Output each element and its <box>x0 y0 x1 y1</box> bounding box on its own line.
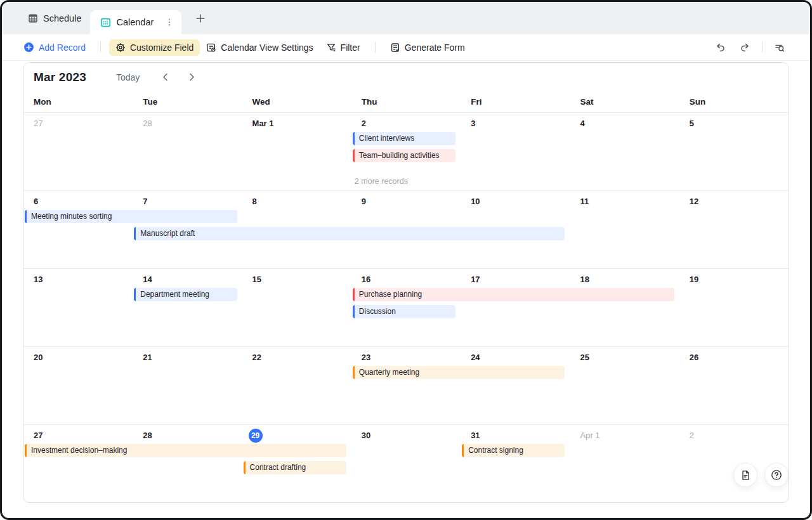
day-cell[interactable]: 12 <box>679 191 789 268</box>
tab-schedule[interactable]: Schedule <box>19 2 90 34</box>
day-cell[interactable]: 21 <box>133 347 242 424</box>
date-label: 2 <box>362 119 366 128</box>
divider <box>375 42 376 53</box>
day-cell[interactable]: 27 <box>23 113 133 190</box>
day-cell[interactable]: 11 <box>570 191 679 268</box>
day-cell[interactable]: 22 <box>242 347 351 424</box>
weekday-label: Thu <box>351 97 461 107</box>
day-cell[interactable]: 28 <box>133 425 242 503</box>
calendar-event[interactable]: Client interviews <box>353 132 455 145</box>
day-cell[interactable]: Mar 1 <box>242 113 351 190</box>
calendar-event[interactable]: Contract drafting <box>244 461 346 474</box>
add-record-button[interactable]: Add Record <box>23 39 92 56</box>
day-cell[interactable]: 19 <box>679 269 789 346</box>
day-cell[interactable]: 3 <box>461 113 570 190</box>
calendar-event[interactable]: Manuscript draft <box>134 227 565 240</box>
form-doc-icon <box>390 42 400 53</box>
day-cell[interactable]: 13 <box>23 269 133 346</box>
day-cell[interactable]: 6 <box>23 191 133 268</box>
date-label: 18 <box>580 275 589 284</box>
week-row: 6789101112Meeting minutes sortingManuscr… <box>23 191 789 269</box>
day-cell[interactable]: 24 <box>461 347 570 424</box>
date-label: 13 <box>34 275 43 284</box>
date-label: 4 <box>580 119 584 128</box>
day-cell[interactable]: 20 <box>23 347 133 424</box>
record-doc-button[interactable] <box>733 463 757 487</box>
weekday-row: MonTueWedThuFriSatSun <box>23 91 789 113</box>
date-label: 28 <box>143 431 152 440</box>
weekday-label: Mon <box>23 97 133 107</box>
redo-button[interactable] <box>736 39 754 56</box>
date-label: 19 <box>690 275 698 284</box>
filter-button[interactable]: Filter <box>320 39 367 56</box>
date-label: 5 <box>690 119 694 128</box>
date-label: 16 <box>362 275 370 284</box>
week-row: 20212223242526Quarterly meeting <box>23 347 789 425</box>
day-cell[interactable]: 30 <box>351 425 461 503</box>
weekday-label: Fri <box>461 97 570 107</box>
calendar-event[interactable]: Contract signing <box>462 444 565 457</box>
day-cell[interactable]: 31 <box>461 425 570 503</box>
today-button[interactable]: Today <box>116 72 140 82</box>
floating-buttons <box>733 463 789 487</box>
calendar-event[interactable]: Meeting minutes sorting <box>25 210 237 223</box>
week-row: 2728293031Apr 12Investment decision–maki… <box>23 425 789 503</box>
toolbar: Add Record Customize Field <box>2 34 810 61</box>
date-label: Mar 1 <box>252 119 274 128</box>
day-cell[interactable]: 17 <box>461 269 570 346</box>
date-label: 8 <box>252 197 257 206</box>
question-mark-icon <box>771 469 782 481</box>
date-label: 6 <box>34 197 38 206</box>
date-label: 20 <box>34 353 43 362</box>
weekday-label: Wed <box>242 97 351 107</box>
calendar-event[interactable]: Purchase planning <box>353 288 674 301</box>
today-date-badge: 29 <box>249 429 263 443</box>
tab-label: Schedule <box>43 13 81 23</box>
date-label: 10 <box>471 197 480 206</box>
calendar-event[interactable]: Team–building activities <box>353 149 455 162</box>
day-cell[interactable]: 27 <box>23 425 133 503</box>
next-month-chevron-icon[interactable] <box>185 71 198 84</box>
day-cell[interactable]: Apr 1 <box>570 425 679 503</box>
date-label: 30 <box>362 431 370 440</box>
divider <box>762 42 763 53</box>
calendar-event[interactable]: Quarterly meeting <box>353 366 565 379</box>
calendar-event[interactable]: Department meeting <box>134 288 237 301</box>
date-label: 31 <box>471 431 480 440</box>
calendar-view-settings-button[interactable]: Calendar View Settings <box>200 39 319 56</box>
date-label: 22 <box>252 353 261 362</box>
customize-field-button[interactable]: Customize Field <box>109 39 200 56</box>
more-records-link[interactable]: 2 more records <box>355 177 408 186</box>
date-label: 27 <box>34 431 43 440</box>
add-circle-icon <box>23 42 34 53</box>
day-cell[interactable]: 26 <box>679 347 789 424</box>
undo-button[interactable] <box>712 39 730 56</box>
calendar-grid: 2728Mar 12345Client interviewsTeam–build… <box>23 113 789 503</box>
date-label: 27 <box>34 119 43 128</box>
date-label: 9 <box>362 197 366 206</box>
day-cell[interactable]: 14 <box>133 269 242 346</box>
view-tab-bar: Schedule Calendar <box>2 2 810 34</box>
calendar-event[interactable]: Investment decision–making <box>25 444 346 457</box>
date-label: 11 <box>580 197 589 206</box>
help-button[interactable] <box>764 463 789 487</box>
calendar-header: Mar 2023 Today <box>23 63 789 91</box>
search-records-icon[interactable] <box>771 39 789 56</box>
generate-form-button[interactable]: Generate Form <box>384 39 471 56</box>
calendar-event[interactable]: Discussion <box>353 305 455 318</box>
prev-month-chevron-icon[interactable] <box>159 71 171 84</box>
day-cell[interactable]: 15 <box>242 269 351 346</box>
day-cell[interactable]: 23 <box>351 347 461 424</box>
day-cell[interactable]: 5 <box>679 113 789 190</box>
day-cell[interactable]: 4 <box>570 113 679 190</box>
calendar-card: Mar 2023 Today MonTueWedThuFriSatSun 272… <box>23 62 789 503</box>
add-view-button[interactable] <box>195 13 206 23</box>
date-label: 2 <box>690 431 694 440</box>
view-settings-icon <box>206 42 216 53</box>
day-cell[interactable]: 18 <box>570 269 679 346</box>
more-vertical-icon[interactable] <box>165 18 174 27</box>
date-label: 24 <box>471 353 480 362</box>
day-cell[interactable]: 28 <box>133 113 242 190</box>
tab-calendar[interactable]: Calendar <box>90 10 181 34</box>
day-cell[interactable]: 25 <box>570 347 679 424</box>
